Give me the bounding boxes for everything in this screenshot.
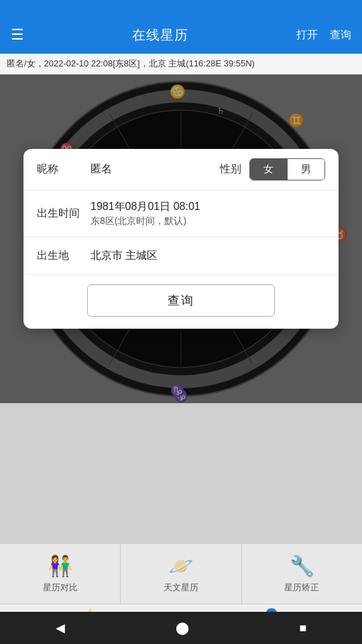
birth-time-label: 出生时间 xyxy=(37,207,90,221)
query-button[interactable]: 查询 xyxy=(87,284,275,317)
app-title: 在线星历 xyxy=(132,26,188,44)
birth-place-value[interactable]: 北京市 主城区 xyxy=(90,249,325,263)
header-actions: 打开 查询 xyxy=(296,28,351,42)
form-modal: 昵称 匿名 性别 女 男 出生时间 1981年08月01日 08:01 东8区(… xyxy=(23,149,339,329)
history-correct-label: 星历矫正 xyxy=(284,582,319,594)
birth-time-sub: 东8区(北京时间，默认) xyxy=(90,215,200,227)
birth-time-block[interactable]: 1981年08月01日 08:01 东8区(北京时间，默认) xyxy=(90,200,200,227)
query-header-button[interactable]: 查询 xyxy=(330,28,351,42)
birth-time-main: 1981年08月01日 08:01 xyxy=(90,200,200,214)
astro-history-label: 天文星历 xyxy=(164,582,198,594)
home-button[interactable]: ⬤ xyxy=(176,621,189,635)
nickname-label: 昵称 xyxy=(37,162,90,176)
nickname-value[interactable]: 匿名 xyxy=(90,162,220,176)
bottom-feature-tabs: 👫 星历对比 🪐 天文星历 🔧 星历矫正 xyxy=(0,543,362,604)
info-bar: 匿名/女，2022-02-10 22:08[东8区]，北京 主城(116:28E… xyxy=(0,54,362,74)
tab-astro-history[interactable]: 🪐 天文星历 xyxy=(121,544,241,604)
status-bar xyxy=(0,0,362,16)
birth-place-label: 出生地 xyxy=(37,249,90,263)
header: ☰ 在线星历 打开 查询 xyxy=(0,16,362,54)
birth-time-row: 出生时间 1981年08月01日 08:01 东8区(北京时间，默认) xyxy=(23,191,339,237)
modal-overlay: 昵称 匿名 性别 女 男 出生时间 1981年08月01日 08:01 东8区(… xyxy=(0,74,362,403)
recents-button[interactable]: ■ xyxy=(300,621,307,635)
male-button[interactable]: 男 xyxy=(288,159,324,180)
astro-history-icon: 🪐 xyxy=(168,554,193,578)
history-correct-icon: 🔧 xyxy=(290,554,314,578)
chart-area: 10 9 11 8 MC ♋ ♊ ♉ ♍ ♈ ♑ ♄ ♄ ☉ ☽ ♂ ♀ ☿ ♃ xyxy=(0,74,362,403)
gender-buttons: 女 男 xyxy=(249,158,326,180)
menu-icon[interactable]: ☰ xyxy=(11,26,24,44)
tab-history-compare[interactable]: 👫 星历对比 xyxy=(0,544,121,604)
history-compare-label: 星历对比 xyxy=(43,582,78,594)
nickname-row: 昵称 匿名 性别 女 男 xyxy=(23,149,339,191)
birth-place-row: 出生地 北京市 主城区 xyxy=(23,237,339,275)
back-button[interactable]: ◀ xyxy=(56,621,65,635)
female-button[interactable]: 女 xyxy=(250,159,287,180)
gender-label: 性别 xyxy=(220,162,241,176)
tab-history-correct[interactable]: 🔧 星历矫正 xyxy=(242,544,362,604)
open-button[interactable]: 打开 xyxy=(296,28,318,42)
history-compare-icon: 👫 xyxy=(48,554,72,578)
query-btn-row: 查询 xyxy=(23,275,339,329)
android-nav: ◀ ⬤ ■ xyxy=(0,612,362,644)
